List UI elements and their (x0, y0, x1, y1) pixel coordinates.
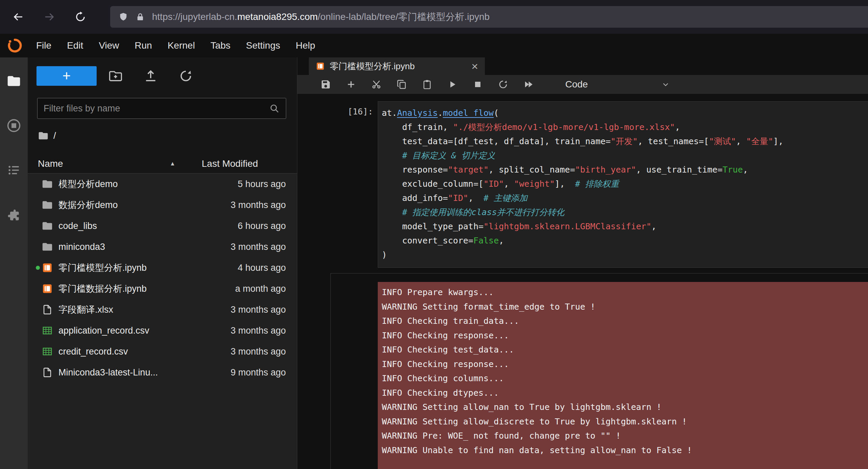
cut-cells-button[interactable] (369, 77, 384, 92)
code-editor[interactable]: at.Analysis.model_flow( df_train, "./模型分… (378, 101, 868, 268)
file-row[interactable]: 数据分析demo3 months ago (28, 194, 297, 215)
folder-icon (42, 199, 53, 211)
cell-type-value: Code (565, 79, 588, 90)
code-line: model_type_path="lightgbm.sklearn.LGBMCl… (382, 219, 868, 234)
menu-help[interactable]: Help (288, 40, 323, 51)
menu-settings[interactable]: Settings (238, 40, 288, 51)
file-name: 零门槛数据分析.ipynb (58, 283, 235, 295)
refresh-file-list-button[interactable] (178, 69, 193, 83)
folder-icon (42, 178, 53, 190)
code-line: exclude_column=["ID", "weight"], # 排除权重 (382, 177, 868, 191)
table-of-contents-tab-icon[interactable] (6, 163, 21, 178)
output-line: WARNING Setting allow_discrete to True b… (382, 415, 868, 429)
new-folder-button[interactable] (108, 69, 123, 83)
file-row[interactable]: 零门槛模型分析.ipynb4 hours ago (28, 257, 297, 278)
restart-run-all-button[interactable] (521, 77, 536, 92)
folder-icon (42, 241, 53, 253)
new-launcher-button[interactable]: + (36, 66, 97, 86)
browser-address-bar[interactable]: https://jupyterlab-cn.metanoia8295.com/o… (110, 6, 868, 28)
insert-cell-button[interactable] (344, 77, 358, 92)
file-row[interactable]: 字段翻译.xlsx3 months ago (28, 299, 297, 320)
file-name: credit_record.csv (58, 346, 230, 357)
code-cell[interactable]: [16]: at.Analysis.model_flow( df_train, … (297, 101, 868, 268)
jupyterlab-logo-icon (6, 37, 24, 54)
notebook-icon (316, 61, 325, 71)
output-line: INFO Checking train_data... (382, 314, 868, 329)
sort-ascending-icon: ▲ (170, 160, 175, 167)
file-row[interactable]: miniconda33 months ago (28, 236, 297, 257)
breadcrumb[interactable]: / (38, 129, 297, 142)
filter-files-input[interactable] (44, 103, 269, 114)
output-line: INFO Checking response... (382, 329, 868, 343)
screen: https://jupyterlab-cn.metanoia8295.com/o… (0, 0, 868, 469)
close-tab-button[interactable]: × (471, 60, 478, 72)
menu-items: FileEditViewRunKernelTabsSettingsHelp (28, 40, 323, 51)
sort-by-modified-header[interactable]: Last Modified (202, 158, 297, 169)
sort-by-name-header[interactable]: Name ▲ (28, 158, 202, 169)
output-line: INFO Prepare kwargs... (382, 285, 868, 300)
url-scheme-subdomain: https://jupyterlab-cn. (152, 11, 237, 22)
extension-manager-tab-icon[interactable] (6, 207, 21, 222)
save-button[interactable] (318, 77, 333, 92)
menu-kernel[interactable]: Kernel (160, 40, 203, 51)
running-kernels-tab-icon[interactable] (6, 118, 21, 133)
file-name: code_libs (58, 221, 238, 231)
file-name: application_record.csv (58, 325, 230, 336)
file-row[interactable]: credit_record.csv3 months ago (28, 341, 297, 362)
menu-file[interactable]: File (28, 40, 59, 51)
csv-icon (42, 346, 53, 357)
file-row[interactable]: code_libs6 hours ago (28, 215, 297, 236)
browser-back-button[interactable] (9, 8, 27, 26)
file-row[interactable]: Miniconda3-latest-Linu...9 months ago (28, 362, 297, 383)
filter-files-box (37, 98, 286, 119)
menu-view[interactable]: View (91, 40, 127, 51)
browser-forward-button[interactable] (41, 8, 58, 26)
name-column-label: Name (38, 158, 63, 169)
restart-kernel-button[interactable] (496, 77, 511, 92)
file-modified: 3 months ago (230, 346, 286, 357)
menu-tabs[interactable]: Tabs (203, 40, 238, 51)
browser-toolbar: https://jupyterlab-cn.metanoia8295.com/o… (0, 0, 868, 34)
file-row[interactable]: application_record.csv3 months ago (28, 320, 297, 341)
cell-output-area: INFO Prepare kwargs...WARNING Setting fo… (330, 273, 868, 469)
tracking-protection-shield-icon[interactable] (118, 12, 128, 22)
file-modified: 3 months ago (230, 200, 286, 210)
file-browser-toolbar: + (28, 57, 297, 86)
code-line: df_train, "./模型分析demo/v1-lgb-more/v1-lgb… (382, 120, 868, 134)
home-folder-icon[interactable] (38, 130, 49, 141)
file-name: 字段翻译.xlsx (58, 304, 230, 316)
output-line: INFO Checking dtypes... (382, 386, 868, 400)
code-line: at.Analysis.model_flow( (382, 106, 868, 120)
notebook-icon (42, 262, 53, 273)
code-line: ) (382, 248, 868, 262)
connection-lock-icon[interactable] (135, 12, 145, 22)
interrupt-kernel-button[interactable] (470, 77, 485, 92)
file-modified: 6 hours ago (238, 221, 286, 231)
copy-cells-button[interactable] (394, 77, 409, 92)
left-activity-bar (0, 57, 28, 469)
menu-edit[interactable]: Edit (59, 40, 91, 51)
menu-run[interactable]: Run (127, 40, 160, 51)
upload-files-button[interactable] (143, 69, 158, 83)
code-line: convert_score=False, (382, 234, 868, 248)
file-row[interactable]: 模型分析demo5 hours ago (28, 174, 297, 194)
run-cell-button[interactable] (445, 77, 460, 92)
file-icon (42, 367, 53, 378)
execution-count: [16]: (297, 101, 378, 268)
file-browser-tab-icon[interactable] (6, 74, 21, 88)
chevron-down-icon (661, 80, 670, 89)
browser-reload-button[interactable] (72, 8, 89, 26)
file-icon (42, 304, 53, 315)
notebook-tab[interactable]: 零门槛模型分析.ipynb × (309, 57, 485, 75)
main-dock-panel: 零门槛模型分析.ipynb × (297, 57, 868, 469)
file-browser-panel: + (28, 57, 297, 469)
paste-cells-button[interactable] (420, 77, 435, 92)
url-text: https://jupyterlab-cn.metanoia8295.com/o… (152, 10, 490, 23)
output-line: WARNING Unable to find nan data, setting… (382, 443, 868, 458)
search-icon (269, 103, 280, 114)
url-path: /online-lab/lab/tree/零门槛模型分析.ipynb (318, 11, 490, 22)
cell-type-dropdown[interactable]: Code (565, 79, 670, 90)
file-modified: 5 hours ago (238, 179, 286, 189)
file-row[interactable]: 零门槛数据分析.ipynba month ago (28, 278, 297, 299)
notebook-content: [16]: at.Analysis.model_flow( df_train, … (297, 94, 868, 469)
